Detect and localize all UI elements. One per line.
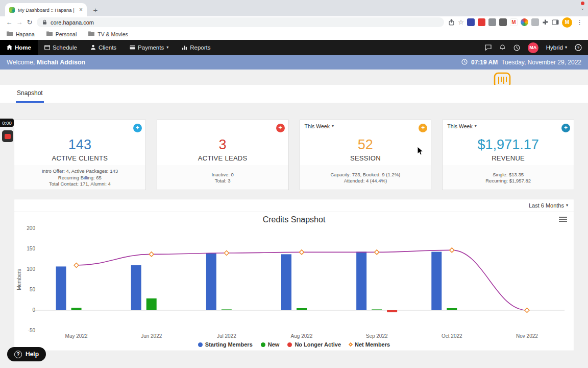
card-footer: Inactive: 0 Total: 3 <box>157 166 288 190</box>
gmail-extension-icon[interactable]: M <box>510 18 518 26</box>
chart-range-dropdown[interactable]: Last 6 Months ▾ <box>529 202 568 209</box>
legend-item[interactable]: No Longer Active <box>287 341 341 348</box>
side-panel-icon[interactable] <box>552 19 559 26</box>
active-clients-label: ACTIVE CLIENTS <box>14 154 145 162</box>
nav-label: Clients <box>99 44 116 51</box>
extensions-puzzle-icon[interactable] <box>542 19 549 26</box>
add-client-button[interactable]: + <box>133 124 142 132</box>
svg-text:Sep 2022: Sep 2022 <box>366 333 388 339</box>
messages-icon[interactable] <box>485 44 492 51</box>
dropdown-label: This Week <box>447 123 472 129</box>
nav-item-payments[interactable]: Payments ▾ <box>123 40 175 55</box>
active-leads-label: ACTIVE LEADS <box>157 154 288 162</box>
address-bar[interactable]: core.hapana.com <box>37 17 444 27</box>
card-footer: Capacity: 723, Booked: 9 (1.2%) Attended… <box>300 166 431 190</box>
notifications-bell-icon[interactable] <box>499 44 506 51</box>
footer-line: Inactive: 0 <box>157 172 288 178</box>
chevron-down-icon[interactable]: ⌄ <box>580 6 584 11</box>
browser-tab[interactable]: My Dashboard :: Hapana | Tak × <box>5 3 87 16</box>
chart-title: Credits Snapshot <box>14 215 574 224</box>
welcome-user-name: Michali Addison <box>37 59 85 66</box>
extension-icon-1[interactable] <box>467 18 475 26</box>
bookmark-star-icon[interactable]: ☆ <box>458 18 464 26</box>
svg-text:Nov 2022: Nov 2022 <box>516 333 538 339</box>
extension-icon-colorful[interactable] <box>521 18 528 26</box>
extension-icon-2[interactable] <box>478 18 485 26</box>
share-icon[interactable] <box>448 19 455 26</box>
back-button[interactable]: ← <box>4 17 14 28</box>
tab-title: My Dashboard :: Hapana | Tak <box>18 7 76 13</box>
legend-item[interactable]: Starting Members <box>198 341 253 348</box>
current-date: Tuesday, November 29, 2022 <box>501 59 581 66</box>
add-revenue-button[interactable]: + <box>561 124 570 132</box>
user-avatar[interactable]: MA <box>528 42 538 53</box>
legend-diamond-marker <box>349 342 353 347</box>
bookmark-label: Hapana <box>16 31 35 37</box>
footer-line: Attended: 4 (44.4%) <box>300 178 431 185</box>
session-label: SESSION <box>300 154 431 162</box>
svg-text:Jul 2022: Jul 2022 <box>217 333 236 339</box>
legend-item[interactable]: Net Members <box>349 341 390 348</box>
welcome-greeting: Welcome, <box>7 59 35 66</box>
nav-item-clients[interactable]: Clients <box>84 40 123 55</box>
svg-text:Oct 2022: Oct 2022 <box>442 333 462 339</box>
bookmark-folder-hapana[interactable]: Hapana <box>6 31 35 37</box>
lock-icon <box>42 18 47 27</box>
bookmark-folder-personal[interactable]: Personal <box>46 31 77 37</box>
nav-item-home[interactable]: Home <box>0 40 38 55</box>
nav-item-reports[interactable]: Reports <box>175 40 217 55</box>
extension-icon-5[interactable] <box>531 18 539 26</box>
legend-dot-marker <box>261 342 265 347</box>
add-lead-button[interactable]: + <box>276 124 285 132</box>
footer-line: Recurring: $1,957.82 <box>443 178 574 185</box>
session-range-dropdown[interactable]: This Week ▾ <box>305 123 334 129</box>
folder-icon <box>46 31 53 37</box>
bookmarks-bar: Hapana Personal TV & Movies <box>0 28 588 40</box>
recorder-camera-button[interactable] <box>2 130 13 142</box>
camera-icon <box>5 134 11 139</box>
svg-text:50: 50 <box>30 287 36 292</box>
footer-line: Single: $13.35 <box>443 172 574 178</box>
url-text: core.hapana.com <box>51 19 94 26</box>
recording-indicator-dot <box>581 2 584 5</box>
legend-label: Starting Members <box>205 341 253 348</box>
folder-icon <box>88 31 95 37</box>
footer-line: Total: 3 <box>157 178 288 185</box>
browser-menu-icon[interactable]: ⋮ <box>575 18 584 26</box>
tab-snapshot[interactable]: Snapshot <box>16 89 44 103</box>
bookmark-folder-tv-movies[interactable]: TV & Movies <box>88 31 128 37</box>
reload-button[interactable]: ↻ <box>24 17 35 28</box>
time-clock-icon[interactable] <box>513 44 520 51</box>
svg-text:-50: -50 <box>28 328 36 333</box>
caret-down-icon: ▾ <box>166 45 168 50</box>
mode-dropdown[interactable]: Hybrid ▾ <box>546 44 567 51</box>
credit-card-icon <box>130 44 135 51</box>
svg-text:150: 150 <box>27 246 35 251</box>
new-tab-button[interactable]: + <box>90 4 101 15</box>
close-tab-icon[interactable]: × <box>79 7 83 13</box>
footer-line: Capacity: 723, Booked: 9 (1.2%) <box>300 172 431 178</box>
extension-icon-4[interactable] <box>499 18 507 26</box>
nav-label: Home <box>15 44 31 51</box>
nav-label: Schedule <box>53 44 77 51</box>
person-icon <box>90 44 96 51</box>
nav-item-schedule[interactable]: Schedule <box>38 40 84 55</box>
extension-icon-3[interactable] <box>488 18 496 26</box>
footer-line: Total Contact: 171, Alumni: 4 <box>14 181 145 188</box>
caret-down-icon: ▾ <box>475 124 477 128</box>
forward-button[interactable]: → <box>14 17 24 28</box>
legend-dot-marker <box>198 342 203 347</box>
folder-icon <box>6 31 13 37</box>
screen-recorder-widget: 0:00 <box>0 119 14 142</box>
stat-cards-row: + 143 ACTIVE CLIENTS Intro Offer: 4, Act… <box>14 120 574 190</box>
revenue-range-dropdown[interactable]: This Week ▾ <box>447 123 476 129</box>
help-button[interactable]: ? Help <box>7 347 46 361</box>
browser-profile-avatar[interactable]: M <box>562 17 572 28</box>
support-icon[interactable]: ? <box>575 44 582 51</box>
chart-menu-icon[interactable] <box>559 216 567 223</box>
dropdown-label: This Week <box>305 123 330 129</box>
svg-text:200: 200 <box>27 225 35 231</box>
legend-item[interactable]: New <box>261 341 280 348</box>
caret-down-icon: ▾ <box>566 203 568 208</box>
question-mark-icon: ? <box>14 351 22 358</box>
